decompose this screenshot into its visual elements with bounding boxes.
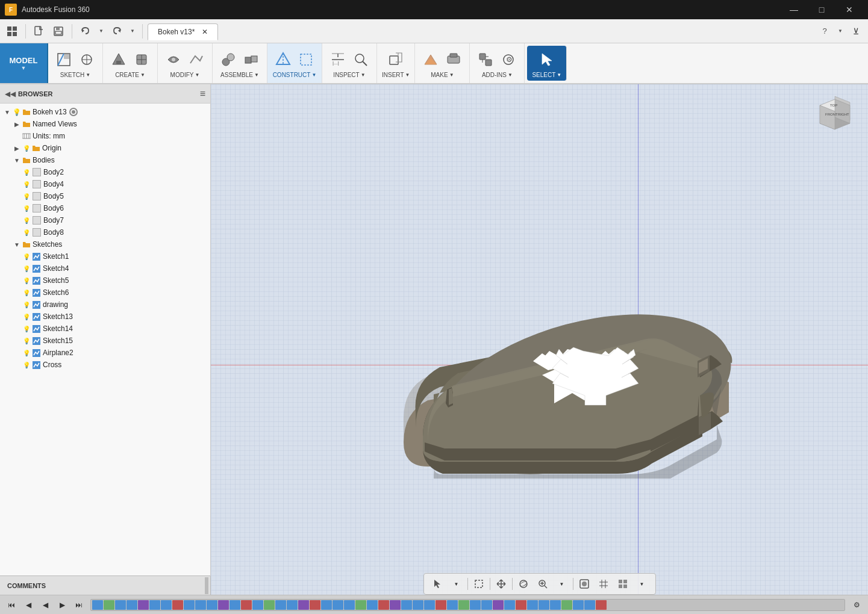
tree-item-sketch14[interactable]: 💡 Sketch14 bbox=[0, 323, 210, 335]
construct-sub[interactable] bbox=[295, 49, 317, 70]
help-dropdown[interactable]: ▼ bbox=[835, 23, 845, 40]
timeline-step[interactable] bbox=[424, 600, 435, 610]
tree-item-sketch5[interactable]: 💡 Sketch5 bbox=[0, 274, 210, 287]
timeline-step[interactable] bbox=[333, 600, 343, 610]
zoom-dropdown[interactable]: ▼ bbox=[554, 575, 570, 592]
addins-sub[interactable]: ⚙ bbox=[498, 49, 519, 70]
redo-button[interactable] bbox=[108, 23, 125, 40]
tree-item-sketch15[interactable]: 💡 Sketch15 bbox=[0, 335, 210, 347]
tree-item-sketch4[interactable]: 💡 Sketch4 bbox=[0, 262, 210, 274]
select-mode-button[interactable] bbox=[429, 575, 446, 592]
redo-dropdown[interactable]: ▼ bbox=[128, 23, 137, 40]
timeline-step[interactable] bbox=[229, 600, 240, 610]
timeline-icons-area[interactable] bbox=[90, 599, 845, 611]
timeline-step[interactable] bbox=[504, 600, 515, 610]
timeline-step[interactable] bbox=[447, 600, 458, 610]
timeline-step[interactable] bbox=[470, 600, 481, 610]
tab-bokeh[interactable]: Bokeh v13* ✕ bbox=[148, 23, 218, 40]
modify-sub[interactable] bbox=[186, 49, 207, 70]
tree-item-body6[interactable]: 💡 Body6 bbox=[0, 202, 210, 214]
rectangle-select-button[interactable] bbox=[470, 575, 487, 592]
timeline-step[interactable] bbox=[390, 600, 401, 610]
timeline-step[interactable] bbox=[92, 600, 103, 610]
timeline-step[interactable] bbox=[252, 600, 263, 610]
save-button[interactable] bbox=[50, 23, 67, 40]
tree-item-drawing[interactable]: 💡 drawing bbox=[0, 299, 210, 311]
make-button[interactable] bbox=[420, 49, 442, 70]
modify-button[interactable] bbox=[163, 49, 184, 70]
timeline-step[interactable] bbox=[584, 600, 595, 610]
help-button[interactable]: ? bbox=[816, 23, 833, 40]
timeline-step[interactable] bbox=[184, 600, 195, 610]
undo-button[interactable] bbox=[77, 23, 94, 40]
tree-item-body4[interactable]: 💡 Body4 bbox=[0, 178, 210, 190]
create-button[interactable] bbox=[108, 49, 130, 70]
timeline-step[interactable] bbox=[218, 600, 229, 610]
timeline-step[interactable] bbox=[481, 600, 492, 610]
timeline-step[interactable] bbox=[516, 600, 526, 610]
viewport[interactable]: FRONT RIGHT TOP ▼ bbox=[211, 84, 868, 595]
timeline-step[interactable] bbox=[126, 600, 137, 610]
timeline-step[interactable] bbox=[344, 600, 355, 610]
timeline-step[interactable] bbox=[104, 600, 114, 610]
layout-button[interactable] bbox=[614, 575, 631, 592]
timeline-step[interactable] bbox=[573, 600, 584, 610]
timeline-step[interactable] bbox=[561, 600, 572, 610]
timeline-step[interactable] bbox=[138, 600, 149, 610]
display-mode-button[interactable] bbox=[576, 575, 593, 592]
timeline-step[interactable] bbox=[149, 600, 160, 610]
close-button[interactable]: ✕ bbox=[835, 0, 863, 19]
create-sub[interactable] bbox=[131, 49, 152, 70]
assemble-button[interactable] bbox=[217, 49, 239, 70]
play-reverse-button[interactable]: ◀ bbox=[37, 597, 53, 613]
timeline-step[interactable] bbox=[287, 600, 298, 610]
inspect-sub[interactable] bbox=[350, 49, 372, 70]
go-end-button[interactable]: ⏭ bbox=[71, 597, 87, 613]
select-mode-dropdown[interactable]: ▼ bbox=[448, 575, 465, 592]
tree-item-body8[interactable]: 💡 Body8 bbox=[0, 226, 210, 238]
timeline-step[interactable] bbox=[161, 600, 172, 610]
tree-item-body2[interactable]: 💡 Body2 bbox=[0, 166, 210, 178]
inspect-button[interactable]: |...| bbox=[327, 49, 349, 70]
timeline-step[interactable] bbox=[355, 600, 366, 610]
maximize-button[interactable]: □ bbox=[808, 0, 835, 19]
tree-item-bokeh[interactable]: ▼ 💡 Bokeh v13 bbox=[0, 106, 210, 118]
timeline-step[interactable] bbox=[115, 600, 126, 610]
browser-collapse[interactable]: ◀◀ bbox=[5, 90, 16, 98]
timeline-step[interactable] bbox=[413, 600, 423, 610]
timeline-step[interactable] bbox=[378, 600, 389, 610]
grid-button[interactable] bbox=[595, 575, 612, 592]
timeline-step[interactable] bbox=[195, 600, 206, 610]
browser-menu[interactable]: ≡ bbox=[200, 88, 205, 99]
tree-item-body5[interactable]: 💡 Body5 bbox=[0, 190, 210, 202]
tree-item-named-views[interactable]: ▶ Named Views bbox=[0, 118, 210, 130]
sketch-button[interactable] bbox=[53, 49, 75, 70]
go-start-button[interactable]: ⏮ bbox=[4, 597, 19, 613]
make-sub[interactable] bbox=[443, 49, 464, 70]
insert-button[interactable] bbox=[385, 49, 407, 70]
new-file-button[interactable] bbox=[31, 23, 48, 40]
orbit-button[interactable] bbox=[515, 575, 532, 592]
tree-item-sketch1[interactable]: 💡 Sketch1 bbox=[0, 250, 210, 262]
go-prev-button[interactable]: ◀ bbox=[20, 597, 36, 613]
tree-item-sketch13[interactable]: 💡 Sketch13 bbox=[0, 311, 210, 323]
timeline-step[interactable] bbox=[275, 600, 286, 610]
panel-toggle[interactable]: ⊻ bbox=[848, 23, 864, 40]
timeline-step[interactable] bbox=[172, 600, 183, 610]
undo-dropdown[interactable]: ▼ bbox=[96, 23, 106, 40]
tab-close-button[interactable]: ✕ bbox=[202, 28, 208, 36]
timeline-step[interactable] bbox=[596, 600, 607, 610]
select-button[interactable] bbox=[536, 49, 558, 70]
tree-item-units[interactable]: ▶ Units: mm bbox=[0, 130, 210, 142]
timeline-step[interactable] bbox=[264, 600, 275, 610]
assemble-sub[interactable] bbox=[240, 49, 262, 70]
tree-item-bodies[interactable]: ▼ Bodies bbox=[0, 154, 210, 166]
panel-resize-handle[interactable] bbox=[205, 577, 208, 594]
layout-dropdown[interactable]: ▼ bbox=[634, 575, 651, 592]
timeline-step[interactable] bbox=[436, 600, 446, 610]
addins-button[interactable] bbox=[475, 49, 496, 70]
timeline-step[interactable] bbox=[527, 600, 538, 610]
grid-menu-button[interactable] bbox=[4, 23, 20, 40]
timeline-step[interactable] bbox=[458, 600, 469, 610]
timeline-step[interactable] bbox=[539, 600, 549, 610]
